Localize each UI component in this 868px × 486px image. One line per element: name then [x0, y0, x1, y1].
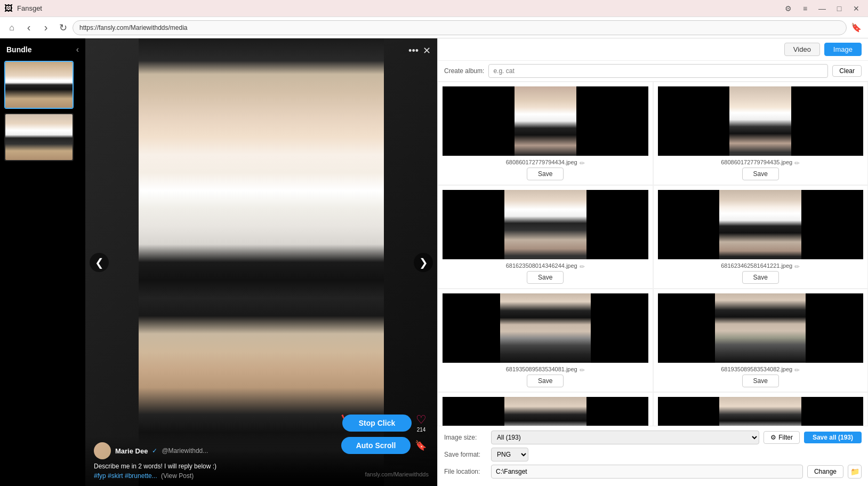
left-panel: Bundle ‹ ••• ✕ ❮ ❯ [0, 38, 437, 486]
home-button[interactable]: ⌂ [4, 20, 19, 35]
bookmark-button[interactable]: 🔖 [415, 440, 427, 451]
settings-button[interactable]: ⚙ [781, 3, 795, 14]
file-location-row: File location: Change 📁 [444, 465, 862, 479]
grid-item-7: 360x480 [438, 392, 653, 426]
grid-item-4: 360x540 681623462581641221.jpeg ✏ Save [653, 185, 869, 289]
grid-item-2: 680860172779794435.jpeg ✏ Save [653, 82, 869, 185]
grid-thumb-8: 360x480 [658, 397, 864, 426]
maximize-button[interactable]: □ [832, 3, 847, 14]
like-count: 214 [417, 427, 426, 433]
filter-button[interactable]: ⚙ Filter [763, 431, 800, 444]
save-format-row: Save format: PNG JPG WEBP [444, 448, 862, 461]
bundle-collapse-button[interactable]: ‹ [76, 45, 79, 54]
save-button-4[interactable]: Save [742, 271, 779, 284]
bundle-thumb-1[interactable] [4, 61, 74, 109]
grid-filename-4: 681623462581641221.jpeg [721, 262, 792, 269]
album-input[interactable] [488, 64, 828, 78]
bundle-sidebar: Bundle ‹ [0, 38, 85, 486]
grid-item-5: 480x854 681935089583534081.jpeg ✏ Save [438, 289, 653, 392]
edit-icon-1[interactable]: ✏ [580, 160, 585, 167]
auto-scroll-row: Auto Scroll 🔖 [341, 437, 427, 454]
folder-button[interactable]: 📁 [848, 465, 862, 479]
filename-row-1: 680860172779794434.jpeg ✏ [443, 159, 648, 168]
save-button-3[interactable]: Save [527, 271, 564, 284]
clear-button[interactable]: Clear [832, 65, 862, 77]
grid-filename-5: 681935089583534081.jpeg [506, 366, 577, 372]
close-button[interactable]: ✕ [849, 3, 864, 14]
grid-thumb-7: 360x480 [443, 397, 648, 426]
post-tags: #fyp #skirt #brunette... [94, 472, 157, 480]
grid-filename-6: 681935089583534082.jpeg [721, 366, 792, 372]
forward-button[interactable]: › [38, 20, 53, 35]
viewer-close-button[interactable]: ✕ [423, 45, 431, 57]
auto-scroll-button[interactable]: Auto Scroll [341, 437, 411, 454]
grid-thumb-inner-4: 360x540 [658, 190, 864, 259]
tab-video[interactable]: Video [784, 43, 820, 56]
tab-image[interactable]: Image [824, 43, 862, 56]
next-button[interactable]: ❯ [414, 253, 433, 272]
save-button-1[interactable]: Save [527, 168, 564, 180]
grid-filename-2: 680860172779794435.jpeg [721, 159, 792, 165]
refresh-button[interactable]: ↻ [55, 20, 70, 35]
like-section: ♡ 214 [416, 413, 427, 433]
edit-icon-4[interactable]: ✏ [794, 263, 800, 270]
save-button-2[interactable]: Save [742, 168, 779, 180]
save-button-5[interactable]: Save [527, 375, 564, 387]
view-post-link[interactable]: (View Post) [161, 472, 194, 480]
grid-thumb-6: 480x854 [658, 293, 864, 363]
stop-click-button[interactable]: Stop Click [342, 415, 412, 432]
album-row: Create album: Clear [438, 61, 868, 82]
filename-row-6: 681935089583534082.jpeg ✏ [658, 366, 864, 375]
prev-button[interactable]: ❮ [90, 253, 109, 272]
back-button[interactable]: ‹ [21, 20, 36, 35]
grid-item-3: 360x540 681623508014346244.jpeg ✏ Save [438, 185, 653, 289]
image-size-select[interactable]: All (193) [491, 431, 759, 444]
save-format-label: Save format: [444, 451, 487, 458]
main-layout: Bundle ‹ ••• ✕ ❮ ❯ [0, 38, 868, 486]
filename-row-2: 680860172779794435.jpeg ✏ [658, 159, 864, 168]
viewer-controls: ••• ✕ [408, 45, 431, 57]
address-bar[interactable] [73, 20, 847, 35]
watermark: fansly.com/Mariewithdds [365, 471, 429, 477]
image-grid: 680860172779794434.jpeg ✏ Save 680860172… [438, 82, 868, 426]
window-controls: ⚙ ≡ — □ ✕ [781, 3, 864, 14]
grid-thumb-inner-5: 480x854 [443, 293, 648, 363]
filename-row-5: 681935089583534081.jpeg ✏ [443, 366, 648, 375]
image-size-row: Image size: All (193) ⚙ Filter Save all … [444, 431, 862, 444]
save-button-6[interactable]: Save [742, 375, 779, 387]
image-size-label: Image size: [444, 434, 487, 441]
edit-icon-3[interactable]: ✏ [580, 263, 585, 270]
grid-thumb-inner-3: 360x540 [443, 190, 648, 259]
grid-item-6: 480x854 681935089583534082.jpeg ✏ Save [653, 289, 869, 392]
edit-icon-5[interactable]: ✏ [580, 367, 585, 374]
edit-icon-2[interactable]: ✏ [794, 160, 800, 167]
viewer-more-button[interactable]: ••• [408, 45, 419, 57]
bundle-thumb-2[interactable] [4, 113, 74, 161]
bottom-controls: Image size: All (193) ⚙ Filter Save all … [438, 426, 868, 486]
minimize-button[interactable]: — [815, 3, 830, 14]
file-location-label: File location: [444, 468, 487, 475]
format-select[interactable]: PNG JPG WEBP [491, 448, 528, 461]
grid-item-1: 680860172779794434.jpeg ✏ Save [438, 82, 653, 185]
stop-click-row: Stop Click ♡ 214 [342, 413, 427, 433]
post-text: Describe me in 2 words! I will reply bel… [94, 463, 429, 470]
edit-icon-6[interactable]: ✏ [794, 367, 800, 374]
grid-thumb-2 [658, 86, 864, 156]
grid-thumb-3: 360x540 [443, 190, 648, 259]
filter-icon: ⚙ [770, 434, 776, 441]
create-album-label: Create album: [444, 67, 484, 75]
like-button[interactable]: ♡ [416, 413, 427, 427]
nav-bookmark-button[interactable]: 🔖 [849, 20, 864, 35]
bundle-header: Bundle ‹ [4, 45, 81, 54]
menu-button[interactable]: ≡ [798, 3, 813, 14]
nav-bar: ⌂ ‹ › ↻ 🔖 [0, 17, 868, 38]
grid-thumb-5: 480x854 [443, 293, 648, 363]
title-bar: 🖼 Fansget ⚙ ≡ — □ ✕ [0, 0, 868, 17]
save-all-button[interactable]: Save all (193) [804, 432, 862, 443]
filename-row-4: 681623462581641221.jpeg ✏ [658, 262, 864, 271]
user-avatar [94, 442, 111, 459]
file-location-input[interactable] [491, 465, 803, 479]
user-name: Marie Dee [115, 447, 148, 455]
right-header: Video Image [438, 38, 868, 61]
change-button[interactable]: Change [807, 465, 843, 478]
